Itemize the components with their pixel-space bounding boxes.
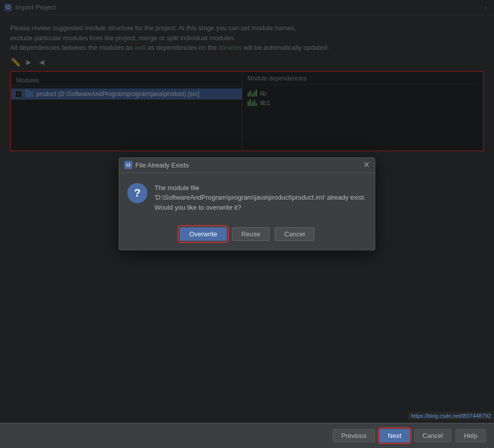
dialog-question-icon: ?	[127, 183, 147, 203]
file-exists-dialog: IJ File Already Exists ✕ ? The module fi…	[119, 157, 375, 251]
dialog-cancel-button[interactable]: Cancel	[275, 227, 314, 241]
url-overlay: https://blog.csdn.net/l837448792	[408, 412, 494, 420]
dialog-message: The module file 'D:\SoftwareAndProgram\p…	[154, 183, 367, 213]
next-button[interactable]: Next	[379, 429, 410, 442]
dialog-overlay: IJ File Already Exists ✕ ? The module fi…	[0, 0, 494, 448]
dialog-message-line2: Would you like to overwrite it?	[154, 203, 367, 213]
bottom-nav: Previous Next Cancel Help	[0, 423, 494, 448]
dialog-body: ? The module file 'D:\SoftwareAndProgram…	[119, 173, 375, 223]
dialog-icon: IJ	[124, 161, 132, 169]
dialog-title-bar: IJ File Already Exists ✕	[119, 158, 375, 173]
help-button[interactable]: Help	[455, 429, 486, 442]
dialog-title: File Already Exists	[135, 161, 360, 169]
previous-button[interactable]: Previous	[333, 429, 375, 442]
overwrite-button[interactable]: Overwrite	[180, 227, 227, 241]
dialog-footer: Overwrite Reuse Cancel	[119, 222, 375, 250]
reuse-button[interactable]: Reuse	[232, 227, 270, 241]
cancel-button[interactable]: Cancel	[414, 429, 451, 442]
dialog-message-line1: The module file 'D:\SoftwareAndProgram\p…	[154, 183, 367, 203]
dialog-close-button[interactable]: ✕	[363, 161, 370, 169]
